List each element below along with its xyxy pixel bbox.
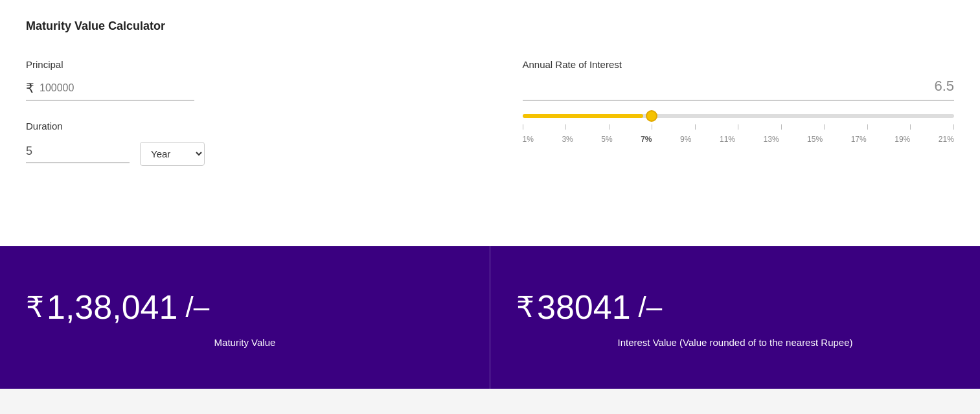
duration-unit-select[interactable]: Year Month	[140, 142, 205, 166]
tick-8	[824, 124, 825, 130]
principal-rupee-symbol: ₹	[26, 80, 34, 96]
maturity-value: 1,38,041	[47, 288, 177, 327]
slider-label-9pct: 9%	[680, 135, 691, 144]
interest-value: 38041	[537, 288, 631, 327]
interest-field-group: Annual Rate of Interest 6.5	[523, 59, 955, 144]
principal-input-wrap: ₹	[26, 80, 194, 101]
tick-marks	[523, 124, 955, 130]
tick-2	[565, 124, 566, 130]
tick-4	[652, 124, 652, 130]
slider-track[interactable]	[523, 114, 955, 118]
tick-9	[867, 124, 868, 130]
slider-label-13pct: 13%	[764, 135, 779, 144]
tick-10	[910, 124, 911, 130]
principal-input[interactable]	[40, 82, 169, 94]
slider-fill	[523, 114, 644, 118]
tick-1	[523, 124, 523, 130]
slider-label-19pct: 19%	[895, 135, 910, 144]
right-section: Annual Rate of Interest 6.5	[497, 59, 955, 185]
interest-panel: ₹ 38041 /– Interest Value (Value rounded…	[490, 246, 980, 389]
slider-container: 1% 3% 5% 7% 9% 11% 13% 15% 17% 19% 21%	[523, 114, 955, 144]
maturity-label: Maturity Value	[26, 337, 464, 348]
maturity-panel: ₹ 1,38,041 /– Maturity Value	[0, 246, 490, 389]
results-section: ₹ 1,38,041 /– Maturity Value ₹ 38041 /– …	[0, 246, 980, 389]
duration-row: 5 Year Month	[26, 142, 458, 166]
principal-label: Principal	[26, 59, 458, 70]
interest-label: Annual Rate of Interest	[523, 59, 622, 70]
calculator-title: Maturity Value Calculator	[26, 19, 954, 33]
interest-rupee-symbol: ₹	[516, 290, 534, 323]
interest-amount: ₹ 38041 /–	[516, 288, 662, 327]
tick-6	[738, 124, 738, 130]
duration-value: 5	[26, 144, 130, 163]
tick-3	[609, 124, 610, 130]
interest-rate-display: 6.5	[523, 78, 955, 101]
interest-suffix: /–	[639, 291, 663, 323]
maturity-suffix: /–	[185, 291, 209, 323]
slider-label-15pct: 15%	[807, 135, 823, 144]
slider-label-11pct: 11%	[720, 135, 735, 144]
tick-11	[953, 124, 954, 130]
slider-label-5pct: 5%	[601, 135, 612, 144]
inputs-row: Principal ₹ Duration 5 Year Month	[26, 59, 954, 185]
duration-label: Duration	[26, 121, 458, 132]
duration-field-group: Duration 5 Year Month	[26, 121, 458, 166]
maturity-amount: ₹ 1,38,041 /–	[26, 288, 209, 327]
calculator-container: Maturity Value Calculator Principal ₹ Du…	[0, 0, 980, 246]
slider-label-3pct: 3%	[562, 135, 573, 144]
slider-label-7pct: 7%	[641, 135, 652, 144]
slider-thumb[interactable]	[646, 110, 657, 122]
left-section: Principal ₹ Duration 5 Year Month	[26, 59, 497, 185]
principal-field-group: Principal ₹	[26, 59, 458, 101]
slider-label-1pct: 1%	[523, 135, 534, 144]
tick-7	[781, 124, 782, 130]
tick-5	[695, 124, 696, 130]
interest-label: Interest Value (Value rounded of to the …	[516, 337, 954, 348]
slider-labels: 1% 3% 5% 7% 9% 11% 13% 15% 17% 19% 21%	[523, 135, 955, 144]
maturity-rupee-symbol: ₹	[26, 290, 44, 323]
slider-label-17pct: 17%	[851, 135, 867, 144]
slider-label-21pct: 21%	[939, 135, 954, 144]
